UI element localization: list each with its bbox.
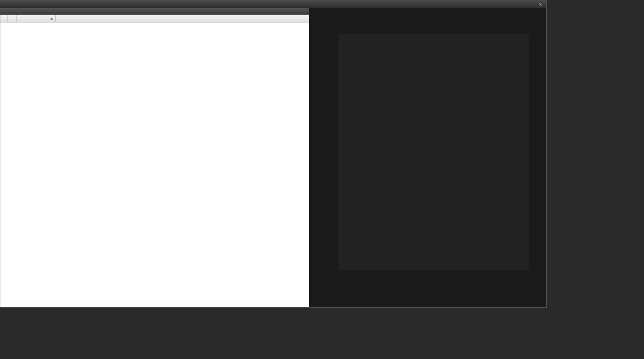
col-order-id[interactable]: [17, 15, 56, 22]
body-area: [0, 8, 546, 307]
close-icon[interactable]: ✕: [537, 2, 544, 7]
multiple-result-view-window: ✕: [0, 0, 547, 308]
outer-table: [0, 15, 309, 23]
sort-ascending-icon: [50, 18, 53, 20]
chart-panel: [309, 8, 546, 307]
plot-area: [338, 34, 529, 270]
col-expander: [8, 15, 17, 22]
outer-header: [0, 15, 309, 23]
left-panel: [0, 8, 309, 307]
chart-svg: [338, 34, 529, 270]
col-row-selector: [0, 15, 8, 22]
area-chart: [323, 30, 533, 289]
titlebar[interactable]: ✕: [0, 0, 546, 8]
group-by-bar[interactable]: [0, 8, 309, 15]
